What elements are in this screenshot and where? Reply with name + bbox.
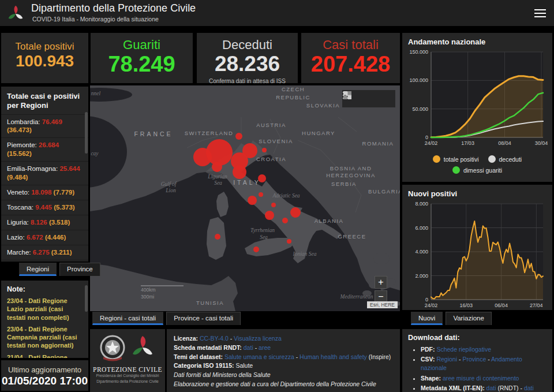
- regions-scrollbar[interactable]: [85, 112, 88, 154]
- region-row[interactable]: Toscana: 9.445 (5.373): [1, 200, 88, 215]
- case-bubble[interactable]: [253, 247, 259, 252]
- total-cases-label: Casi totali: [301, 38, 400, 53]
- svg-text:150.000: 150.000: [409, 49, 428, 55]
- notes-scrollbar[interactable]: [85, 285, 88, 312]
- new-positives-title: Nuovi positivi: [402, 185, 552, 198]
- case-bubble[interactable]: [233, 165, 246, 179]
- region-row[interactable]: Veneto: 18.098 (7.779): [1, 185, 88, 200]
- legend-dot-icon: [452, 166, 460, 174]
- download-item: Shape: aree misure di contenimento: [421, 374, 546, 383]
- svg-text:0: 0: [425, 297, 428, 303]
- case-bubble[interactable]: [258, 174, 266, 182]
- text: Categoria ISO 19115:: [174, 362, 235, 369]
- region-row[interactable]: Marche: 6.275 (3.211): [1, 245, 88, 260]
- region-row[interactable]: Lazio: 6.672 (4.446): [1, 230, 88, 245]
- recovered-value: 78.249: [91, 53, 193, 77]
- new-positives-chart: 24/0216/0306/0427/0402.0004.0006.0008.00…: [407, 200, 548, 309]
- text: Salute: [235, 362, 253, 369]
- legend-dot-icon: [488, 155, 496, 163]
- case-bubble[interactable]: [271, 203, 276, 207]
- link[interactable]: dati: [486, 384, 496, 391]
- region-row[interactable]: Liguria: 8.126 (3.518): [1, 215, 88, 230]
- national-trend-panel: Andamento nazionale 24/0217/0308/0430/04…: [402, 33, 552, 182]
- text: PDF:: [421, 346, 436, 353]
- text: -: [486, 356, 491, 363]
- tab-variazione[interactable]: Variazione: [446, 312, 492, 325]
- link[interactable]: aree misure di contenimento: [443, 375, 519, 382]
- svg-text:06/04: 06/04: [495, 303, 508, 308]
- tab-province[interactable]: Province: [59, 263, 100, 276]
- notes-list: 23/04 - Dati Regione Lazio parziali (cas…: [1, 294, 88, 358]
- case-bubble[interactable]: [282, 218, 288, 223]
- case-bubble[interactable]: [265, 211, 274, 220]
- svg-text:100.000: 100.000: [409, 77, 428, 83]
- menu-icon[interactable]: [534, 9, 546, 17]
- svg-text:2.000: 2.000: [415, 273, 428, 279]
- case-bubble[interactable]: [235, 133, 242, 140]
- regions-province-tabs: RegioniProvince: [19, 263, 100, 276]
- map-scalebar: 400km 300mi: [141, 285, 184, 301]
- svg-text:24/02: 24/02: [425, 303, 438, 308]
- link[interactable]: Salute umana e sicurezza: [224, 353, 294, 360]
- license-line: Temi del dataset: Salute umana e sicurez…: [174, 353, 393, 362]
- link[interactable]: dati: [524, 384, 534, 391]
- scale-km: 400km: [141, 286, 184, 294]
- region-row[interactable]: Lombardia: 76.469 (36.473): [1, 114, 88, 138]
- link[interactable]: Human health and safety: [300, 353, 367, 360]
- link[interactable]: Province: [462, 356, 486, 363]
- link[interactable]: Regioni: [436, 356, 457, 363]
- text: (Inspire): [367, 353, 391, 360]
- region-row[interactable]: Piemonte: 26.684 (15.562): [1, 137, 88, 161]
- regions-list-title: Totale casi e positivi per Regioni: [1, 87, 88, 114]
- map-attribution[interactable]: Esri, HERE: [367, 301, 398, 308]
- map-toolbar: [342, 90, 395, 107]
- download-title: Download dati:: [408, 334, 546, 342]
- tab-regioni[interactable]: Regioni: [19, 263, 57, 276]
- institution-logos-icon: [98, 333, 158, 363]
- tab-nuovi[interactable]: Nuovi: [411, 312, 443, 325]
- org-line2: Dipartimento della Protezione Civile: [90, 379, 165, 384]
- case-bubble[interactable]: [248, 196, 257, 205]
- zoom-in-button[interactable]: +: [375, 276, 387, 289]
- svg-text:8.000: 8.000: [415, 201, 428, 207]
- text: Scheda metadati RNDT:: [174, 344, 244, 351]
- app-subtitle: COVID-19 Italia - Monitoraggio della sit…: [32, 16, 159, 23]
- text: (RNDT) -: [496, 384, 524, 391]
- recovered-label: Guariti: [91, 38, 193, 53]
- text: CSV:: [421, 356, 436, 363]
- total-cases-card: Casi totali 207.428: [301, 33, 400, 83]
- text: Metadata XML (IT-EN):: [421, 384, 486, 391]
- new-positives-panel: Nuovi positivi 24/0216/0306/0427/0402.00…: [402, 185, 552, 310]
- link[interactable]: Visualizza licenza: [234, 335, 282, 342]
- svg-text:30/04: 30/04: [535, 140, 548, 146]
- tab-regioni-casi-totali[interactable]: Regioni - casi totali: [92, 312, 163, 325]
- italy-map[interactable]: CZECHREPUBLICSLOVAKIAAUSTRIAHUNGARYSLOVE…: [90, 85, 400, 311]
- map-canvas: [90, 85, 400, 311]
- protezione-civile-logo-icon: [5, 2, 27, 24]
- case-bubble[interactable]: [206, 139, 233, 166]
- tab-province-casi-totali[interactable]: Province - casi totali: [166, 312, 241, 325]
- pc-emblem-icon: [133, 336, 152, 354]
- deaths-card: Deceduti 28.236 Conferma dati in attesa …: [197, 33, 298, 83]
- region-row[interactable]: Emilia-Romagna: 25.644 (9.484): [1, 161, 88, 185]
- app-title: Dipartimento della Protezione Civile: [31, 2, 196, 14]
- case-bubble[interactable]: [262, 148, 267, 152]
- org-name: PROTEZIONE CIVILE: [90, 366, 165, 373]
- download-list: PDF: Schede riepilogativeCSV: Regioni - …: [408, 345, 546, 392]
- basemap-icon[interactable]: [342, 90, 353, 100]
- case-bubble[interactable]: [290, 207, 301, 218]
- case-bubble[interactable]: [259, 192, 263, 197]
- total-positives-card: Totale positivi 100.943: [1, 33, 88, 83]
- region-row[interactable]: Campania: 4.444 (2.753): [1, 260, 88, 262]
- link[interactable]: CC-BY-4.0: [200, 335, 229, 342]
- link[interactable]: aree: [259, 344, 271, 351]
- case-bubble[interactable]: [215, 234, 220, 240]
- download-item: PDF: Schede riepilogative: [421, 345, 546, 354]
- scale-mi: 300mi: [141, 293, 184, 301]
- link[interactable]: dati: [244, 344, 253, 351]
- case-bubble[interactable]: [287, 239, 291, 244]
- link[interactable]: Schede riepilogative: [436, 346, 491, 353]
- case-bubble[interactable]: [212, 162, 222, 172]
- note-line: 21/04 - Dati Regione Lombardia parziali …: [1, 351, 88, 358]
- svg-text:08/04: 08/04: [498, 140, 511, 146]
